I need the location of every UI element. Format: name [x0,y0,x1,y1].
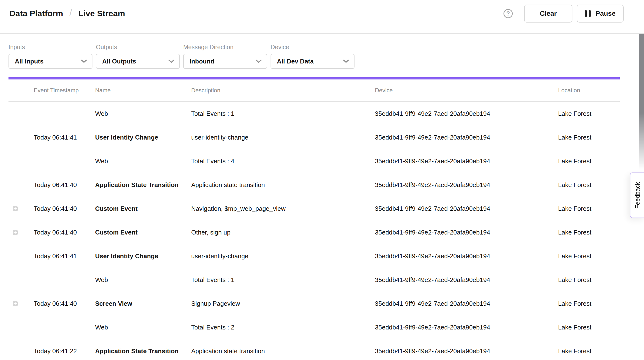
event-timestamp: Today 06:41:40 [34,229,95,236]
event-location: Lake Forest [558,229,620,236]
filter-device-label: Device [270,44,354,51]
event-timestamp: Today 06:41:40 [34,300,95,307]
event-device: 35eddb41-9ff9-49e2-7aed-20afa90eb194 [375,205,558,212]
event-name: User Identity Change [95,252,191,260]
event-name: Application State Transition [95,181,191,189]
event-device: 35eddb41-9ff9-49e2-7aed-20afa90eb194 [375,134,558,141]
column-header-description: Description [191,87,375,94]
event-description: Total Events : 2 [191,324,375,331]
table-row[interactable]: Today 06:41:40Custom EventOther, sign up… [8,220,620,244]
event-description: user-identity-change [191,134,375,141]
chevron-down-icon [168,59,174,63]
event-device: 35eddb41-9ff9-49e2-7aed-20afa90eb194 [375,229,558,236]
table-body: WebTotal Events : 135eddb41-9ff9-49e2-7a… [8,102,620,360]
table-row[interactable]: Today 06:41:40Screen ViewSignup Pageview… [8,292,620,315]
outputs-dropdown[interactable]: All Outputs [96,54,180,69]
message-direction-dropdown[interactable]: Inbound [183,54,267,69]
event-name: Custom Event [95,205,191,212]
filter-device: Device All Dev Data [270,44,354,69]
event-device: 35eddb41-9ff9-49e2-7aed-20afa90eb194 [375,181,558,189]
event-description: Application state transition [191,348,375,355]
feedback-tab[interactable]: Feedback [630,173,644,218]
column-header-event-timestamp: Event Timestamp [34,87,95,94]
clear-button[interactable]: Clear [524,4,572,22]
help-icon[interactable]: ? [504,9,513,18]
table-row[interactable]: WebTotal Events : 235eddb41-9ff9-49e2-7a… [8,315,620,339]
event-device: 35eddb41-9ff9-49e2-7aed-20afa90eb194 [375,348,558,355]
event-description: Application state transition [191,181,375,189]
event-location: Lake Forest [558,205,620,212]
event-location: Lake Forest [558,300,620,307]
filter-bar: Inputs All Inputs Outputs All Outputs Me… [8,44,644,69]
expand-cell [8,230,34,235]
event-description: Other, sign up [191,229,375,236]
filter-outputs-label: Outputs [96,44,180,51]
event-location: Lake Forest [558,252,620,260]
column-header-device: Device [375,87,558,94]
expand-plus-icon[interactable] [12,230,18,235]
breadcrumb-data-platform[interactable]: Data Platform [10,9,63,18]
device-dropdown-value: All Dev Data [277,58,314,65]
event-description: Signup Pageview [191,300,375,307]
expand-cell [8,206,34,211]
event-description: Total Events : 4 [191,158,375,165]
event-location: Lake Forest [558,158,620,165]
table-row[interactable]: Today 06:41:40Application State Transiti… [8,173,620,197]
table-row[interactable]: Today 06:41:41User Identity Changeuser-i… [8,126,620,149]
inputs-dropdown-value: All Inputs [15,58,44,65]
table-row[interactable]: Today 06:41:22Application State Transiti… [8,339,620,360]
expand-plus-icon[interactable] [12,301,18,306]
event-location: Lake Forest [558,324,620,331]
chevron-down-icon [256,59,262,63]
table-header-row: Event Timestamp Name Description Device … [8,79,620,102]
page-title: Live Stream [78,9,125,18]
filter-inputs-label: Inputs [8,44,92,51]
event-name: Application State Transition [95,348,191,355]
vertical-scrollbar-thumb[interactable] [639,34,644,170]
table-row[interactable]: WebTotal Events : 135eddb41-9ff9-49e2-7a… [8,268,620,292]
event-description: user-identity-change [191,252,375,260]
event-device: 35eddb41-9ff9-49e2-7aed-20afa90eb194 [375,300,558,307]
table-row[interactable]: WebTotal Events : 435eddb41-9ff9-49e2-7a… [8,149,620,173]
column-header-name: Name [95,87,191,94]
pause-icon [585,10,590,17]
event-name: Screen View [95,300,191,307]
live-stream-table: Event Timestamp Name Description Device … [8,79,620,360]
expand-plus-icon[interactable] [12,206,18,211]
inputs-dropdown[interactable]: All Inputs [8,54,92,69]
event-location: Lake Forest [558,276,620,284]
event-timestamp: Today 06:41:22 [34,348,95,355]
event-description: Total Events : 1 [191,276,375,284]
event-device: 35eddb41-9ff9-49e2-7aed-20afa90eb194 [375,276,558,284]
column-header-location: Location [558,87,620,94]
message-direction-dropdown-value: Inbound [190,58,214,65]
event-device: 35eddb41-9ff9-49e2-7aed-20afa90eb194 [375,324,558,331]
table-row[interactable]: WebTotal Events : 135eddb41-9ff9-49e2-7a… [8,102,620,126]
breadcrumb: Data Platform / Live Stream [10,8,125,19]
filter-message-direction: Message Direction Inbound [183,44,267,69]
event-timestamp: Today 06:41:41 [34,252,95,260]
pause-button[interactable]: Pause [577,4,624,22]
table-row[interactable]: Today 06:41:41User Identity Changeuser-i… [8,244,620,268]
table-row[interactable]: Today 06:41:40Custom EventNavigation, $m… [8,197,620,220]
live-stream-progress-bar [8,77,620,79]
breadcrumb-separator: / [70,8,72,18]
device-dropdown[interactable]: All Dev Data [270,54,354,69]
event-location: Lake Forest [558,181,620,189]
event-description: Navigation, $mp_web_page_view [191,205,375,212]
event-timestamp: Today 06:41:40 [34,181,95,189]
expand-cell [8,301,34,306]
event-name: Custom Event [95,229,191,236]
event-name: Web [95,158,191,165]
event-name: Web [95,110,191,118]
pause-button-label: Pause [596,10,616,17]
header-actions: ? Clear Pause [504,4,624,22]
filter-inputs: Inputs All Inputs [8,44,92,69]
event-device: 35eddb41-9ff9-49e2-7aed-20afa90eb194 [375,252,558,260]
feedback-tab-label: Feedback [634,182,641,209]
event-description: Total Events : 1 [191,110,375,118]
event-name: User Identity Change [95,134,191,141]
event-location: Lake Forest [558,348,620,355]
filter-message-direction-label: Message Direction [183,44,267,51]
filter-outputs: Outputs All Outputs [96,44,180,69]
